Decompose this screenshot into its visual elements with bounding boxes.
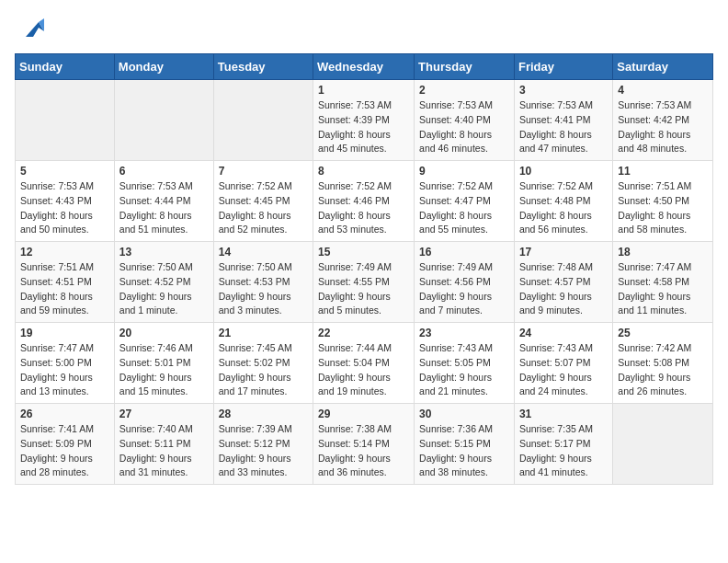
day-number: 19 [20, 327, 109, 339]
day-number: 15 [318, 246, 409, 259]
sunrise-text: Sunrise: 7:49 AM [318, 261, 392, 272]
sunrise-text: Sunrise: 7:53 AM [419, 99, 493, 110]
day-number: 4 [618, 84, 708, 97]
calendar-week-row: 1 Sunrise: 7:53 AM Sunset: 4:39 PM Dayli… [16, 80, 713, 161]
sunset-text: Sunset: 4:44 PM [119, 195, 191, 206]
sunrise-text: Sunrise: 7:36 AM [419, 423, 493, 434]
day-number: 21 [219, 327, 308, 339]
daylight-text: Daylight: 8 hours and 58 minutes. [618, 210, 690, 236]
calendar-cell: 29 Sunrise: 7:38 AM Sunset: 5:14 PM Dayl… [313, 404, 415, 485]
sunrise-text: Sunrise: 7:47 AM [20, 342, 94, 353]
weekday-header-tuesday: Tuesday [213, 54, 313, 80]
day-info: Sunrise: 7:53 AM Sunset: 4:42 PM Dayligh… [618, 98, 708, 156]
sunrise-text: Sunrise: 7:39 AM [219, 423, 292, 434]
daylight-text: Daylight: 8 hours and 52 minutes. [219, 210, 291, 236]
calendar-cell: 2 Sunrise: 7:53 AM Sunset: 4:40 PM Dayli… [415, 80, 515, 161]
day-info: Sunrise: 7:38 AM Sunset: 5:14 PM Dayligh… [318, 422, 409, 480]
day-info: Sunrise: 7:52 AM Sunset: 4:45 PM Dayligh… [219, 179, 308, 237]
day-number: 22 [318, 327, 409, 339]
day-number: 29 [318, 408, 409, 420]
day-info: Sunrise: 7:36 AM Sunset: 5:15 PM Dayligh… [419, 422, 509, 480]
calendar-cell: 9 Sunrise: 7:52 AM Sunset: 4:47 PM Dayli… [415, 161, 515, 242]
daylight-text: Daylight: 9 hours and 36 minutes. [318, 453, 391, 478]
calendar-cell: 13 Sunrise: 7:50 AM Sunset: 4:52 PM Dayl… [114, 242, 213, 323]
sunset-text: Sunset: 4:40 PM [419, 114, 491, 125]
calendar-cell: 25 Sunrise: 7:42 AM Sunset: 5:08 PM Dayl… [613, 323, 713, 404]
daylight-text: Daylight: 8 hours and 59 minutes. [20, 291, 93, 316]
calendar-cell: 5 Sunrise: 7:53 AM Sunset: 4:43 PM Dayli… [16, 161, 115, 242]
day-number: 28 [219, 408, 308, 420]
day-info: Sunrise: 7:43 AM Sunset: 5:05 PM Dayligh… [419, 341, 509, 399]
calendar-cell: 6 Sunrise: 7:53 AM Sunset: 4:44 PM Dayli… [114, 161, 213, 242]
weekday-header-wednesday: Wednesday [313, 54, 415, 80]
sunset-text: Sunset: 5:04 PM [318, 357, 390, 368]
calendar-cell: 23 Sunrise: 7:43 AM Sunset: 5:05 PM Dayl… [415, 323, 515, 404]
calendar-week-row: 5 Sunrise: 7:53 AM Sunset: 4:43 PM Dayli… [16, 161, 713, 242]
weekday-header-friday: Friday [514, 54, 612, 80]
sunset-text: Sunset: 4:50 PM [618, 195, 689, 206]
daylight-text: Daylight: 9 hours and 38 minutes. [419, 453, 492, 478]
sunrise-text: Sunrise: 7:53 AM [519, 99, 593, 110]
day-number: 30 [419, 408, 509, 420]
sunrise-text: Sunrise: 7:42 AM [618, 342, 691, 353]
sunset-text: Sunset: 4:39 PM [318, 114, 390, 125]
sunset-text: Sunset: 5:12 PM [219, 438, 290, 449]
daylight-text: Daylight: 8 hours and 46 minutes. [419, 129, 492, 155]
calendar-cell [213, 80, 313, 161]
day-info: Sunrise: 7:44 AM Sunset: 5:04 PM Dayligh… [318, 341, 409, 399]
calendar-cell: 8 Sunrise: 7:52 AM Sunset: 4:46 PM Dayli… [313, 161, 415, 242]
day-info: Sunrise: 7:49 AM Sunset: 4:56 PM Dayligh… [419, 260, 509, 318]
sunset-text: Sunset: 4:41 PM [519, 114, 591, 125]
daylight-text: Daylight: 9 hours and 26 minutes. [618, 372, 690, 397]
calendar-cell [613, 404, 713, 485]
daylight-text: Daylight: 8 hours and 47 minutes. [519, 129, 592, 155]
daylight-text: Daylight: 9 hours and 17 minutes. [219, 372, 291, 397]
daylight-text: Daylight: 8 hours and 45 minutes. [318, 129, 391, 155]
day-number: 11 [618, 165, 708, 178]
sunrise-text: Sunrise: 7:51 AM [618, 180, 691, 191]
calendar-cell: 27 Sunrise: 7:40 AM Sunset: 5:11 PM Dayl… [114, 404, 213, 485]
sunrise-text: Sunrise: 7:47 AM [618, 261, 691, 272]
sunrise-text: Sunrise: 7:48 AM [519, 261, 593, 272]
day-number: 9 [419, 165, 509, 178]
calendar-cell: 12 Sunrise: 7:51 AM Sunset: 4:51 PM Dayl… [16, 242, 115, 323]
daylight-text: Daylight: 8 hours and 48 minutes. [618, 129, 690, 155]
daylight-text: Daylight: 9 hours and 1 minute. [119, 291, 192, 316]
day-info: Sunrise: 7:41 AM Sunset: 5:09 PM Dayligh… [20, 422, 109, 480]
daylight-text: Daylight: 9 hours and 21 minutes. [419, 372, 492, 397]
calendar-cell: 3 Sunrise: 7:53 AM Sunset: 4:41 PM Dayli… [514, 80, 612, 161]
calendar-cell: 19 Sunrise: 7:47 AM Sunset: 5:00 PM Dayl… [16, 323, 115, 404]
sunrise-text: Sunrise: 7:50 AM [219, 261, 292, 272]
day-info: Sunrise: 7:53 AM Sunset: 4:44 PM Dayligh… [119, 179, 209, 237]
daylight-text: Daylight: 8 hours and 51 minutes. [119, 210, 192, 236]
sunset-text: Sunset: 4:53 PM [219, 276, 290, 287]
sunrise-text: Sunrise: 7:50 AM [119, 261, 193, 272]
sunrise-text: Sunrise: 7:52 AM [519, 180, 593, 191]
sunrise-text: Sunrise: 7:38 AM [318, 423, 392, 434]
day-info: Sunrise: 7:52 AM Sunset: 4:47 PM Dayligh… [419, 179, 509, 237]
day-info: Sunrise: 7:46 AM Sunset: 5:01 PM Dayligh… [119, 341, 209, 399]
sunrise-text: Sunrise: 7:44 AM [318, 342, 392, 353]
calendar-cell: 4 Sunrise: 7:53 AM Sunset: 4:42 PM Dayli… [613, 80, 713, 161]
day-number: 2 [419, 84, 509, 97]
day-info: Sunrise: 7:49 AM Sunset: 4:55 PM Dayligh… [318, 260, 409, 318]
daylight-text: Daylight: 9 hours and 24 minutes. [519, 372, 592, 397]
weekday-header-saturday: Saturday [613, 54, 713, 80]
sunrise-text: Sunrise: 7:41 AM [20, 423, 94, 434]
day-info: Sunrise: 7:53 AM Sunset: 4:41 PM Dayligh… [519, 98, 608, 156]
daylight-text: Daylight: 9 hours and 28 minutes. [20, 453, 93, 478]
day-info: Sunrise: 7:47 AM Sunset: 4:58 PM Dayligh… [618, 260, 708, 318]
daylight-text: Daylight: 9 hours and 3 minutes. [219, 291, 291, 316]
sunrise-text: Sunrise: 7:43 AM [519, 342, 593, 353]
day-number: 6 [119, 165, 209, 178]
day-info: Sunrise: 7:50 AM Sunset: 4:53 PM Dayligh… [219, 260, 308, 318]
calendar-cell: 26 Sunrise: 7:41 AM Sunset: 5:09 PM Dayl… [16, 404, 115, 485]
day-info: Sunrise: 7:43 AM Sunset: 5:07 PM Dayligh… [519, 341, 608, 399]
sunrise-text: Sunrise: 7:51 AM [20, 261, 94, 272]
day-info: Sunrise: 7:50 AM Sunset: 4:52 PM Dayligh… [119, 260, 209, 318]
calendar-cell: 16 Sunrise: 7:49 AM Sunset: 4:56 PM Dayl… [415, 242, 515, 323]
sunrise-text: Sunrise: 7:53 AM [318, 99, 392, 110]
logo-icon [18, 15, 46, 42]
page-header [15, 15, 713, 42]
calendar-cell [114, 80, 213, 161]
